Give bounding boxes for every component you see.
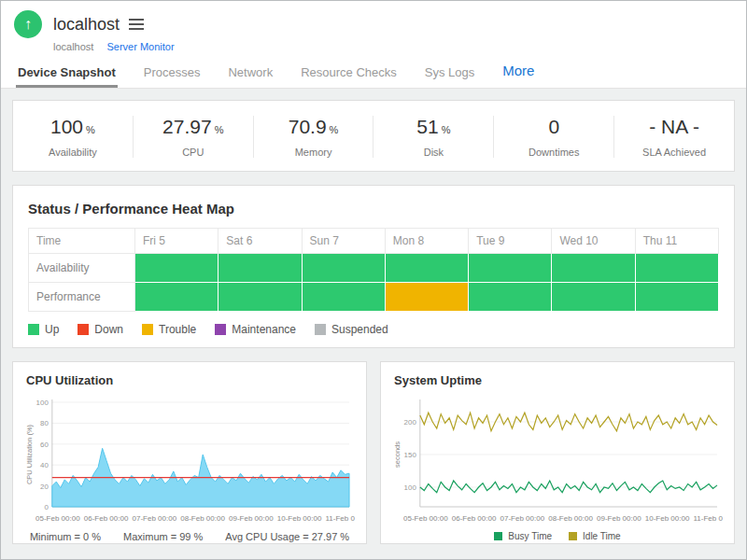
legend-item-suspended: Suspended [315,323,388,336]
x-tick-label: 10-Feb 00:00 [645,514,690,523]
svg-text:CPU Utilization (%): CPU Utilization (%) [25,424,34,484]
heatmap-cell-up [469,283,552,312]
tab-bar: Device SnapshotProcessesNetworkResource … [14,52,733,88]
x-tick-label: 05-Feb 00:00 [403,514,448,523]
header: ↑ localhost localhost Server Monitor Dev… [1,1,746,89]
x-tick-label: 08-Feb 00:00 [548,514,593,523]
system-uptime-chart: 100150200seconds [392,395,723,512]
tab-more[interactable]: More [500,63,536,88]
heatmap-row-label: Availability [29,254,135,283]
heatmap-day: Sat 6 [218,229,302,254]
breadcrumb-monitor-type[interactable]: Server Monitor [106,41,174,52]
x-tick-label: 11-Feb 0 [694,514,723,523]
svg-text:40: 40 [40,461,49,469]
legend-swatch [494,532,502,540]
heatmap-day: Wed 10 [552,229,635,254]
svg-text:80: 80 [40,419,49,427]
x-tick-label: 05-Feb 00:00 [35,514,80,523]
svg-text:100: 100 [404,483,417,492]
page-title: localhost [53,15,120,35]
heatmap-cell-up [469,254,552,283]
heatmap-day: Mon 8 [385,229,468,254]
x-tick-label: 11-Feb 0 [326,514,355,523]
heatmap-cell-up [635,254,718,283]
stat-sla-achieved: - NA -SLA Achieved [614,116,734,158]
heatmap-card: Status / Performance Heat Map TimeFri 5S… [12,185,735,348]
heatmap-day: Fri 5 [135,229,218,254]
svg-text:100: 100 [36,399,49,407]
x-tick-label: 09-Feb 00:00 [229,514,274,523]
legend-item-busy-time: Busy Time [494,531,552,541]
server-monitor-page: ↑ localhost localhost Server Monitor Dev… [0,0,747,560]
cpu-summary: Minimum = 0 %Maximum = 99 %Avg CPU Usage… [24,531,355,542]
x-tick-label: 08-Feb 00:00 [180,514,225,523]
legend-swatch [78,324,89,335]
legend-swatch [28,324,39,335]
x-tick-label: 09-Feb 00:00 [597,514,641,523]
tab-network[interactable]: Network [226,60,275,88]
x-tick-label: 07-Feb 00:00 [500,514,545,523]
chart-title: System Uptime [394,373,723,387]
svg-text:60: 60 [40,441,49,449]
cpu-utilization-chart: 020406080100CPU Utilization (%) [24,395,355,512]
heatmap-cell-up [635,283,718,312]
heatmap-cell-up [552,283,635,312]
breadcrumb-device: localhost [53,41,93,52]
x-axis-labels: 05-Feb 00:0006-Feb 00:0007-Feb 00:0008-F… [392,514,723,523]
heatmap-cell-up [135,254,218,283]
stat-downtimes: 0Downtimes [494,116,614,158]
chart-stat: Maximum = 99 % [123,531,203,542]
heatmap-day: Tue 9 [469,229,552,254]
svg-text:150: 150 [404,451,417,459]
charts-row: CPU Utilization 020406080100CPU Utilizat… [12,361,735,544]
cpu-utilization-card: CPU Utilization 020406080100CPU Utilizat… [12,361,367,544]
legend-item-down: Down [78,323,123,336]
heatmap-cell-up [552,254,635,283]
x-tick-label: 06-Feb 00:00 [452,514,497,523]
heatmap-cell-up [135,283,218,312]
heatmap-cell-up [302,254,385,283]
legend-item-idle-time: Idle Time [569,531,621,541]
svg-text:20: 20 [40,483,49,491]
stat-disk: 51%Disk [374,116,494,158]
header-top: ↑ localhost [14,10,733,38]
stat-availability: 100%Availability [13,116,134,158]
chart-stat: Minimum = 0 % [30,531,101,542]
uptime-legend: Busy TimeIdle Time [392,531,723,541]
monitor-status-icon: ↑ [14,10,42,38]
tab-processes[interactable]: Processes [142,60,203,88]
legend-swatch [315,324,326,335]
heatmap-row-label: Performance [29,283,135,312]
tab-resource-checks[interactable]: Resource Checks [299,60,399,88]
legend-item-trouble: Trouble [142,323,196,336]
up-arrow-icon: ↑ [24,16,32,33]
stat-cpu: 27.97%CPU [134,116,254,158]
legend-swatch [142,324,153,335]
heatmap-day: Thu 11 [635,229,718,254]
system-uptime-card: System Uptime 100150200seconds 05-Feb 00… [380,361,735,544]
stat-memory: 70.9%Memory [254,116,374,158]
legend-item-maintenance: Maintenance [215,323,296,336]
x-tick-label: 06-Feb 00:00 [84,514,129,523]
breadcrumb: localhost Server Monitor [53,41,733,52]
heatmap-title: Status / Performance Heat Map [28,201,719,217]
x-tick-label: 07-Feb 00:00 [133,514,177,523]
stats-card: 100%Availability27.97%CPU70.9%Memory51%D… [12,100,735,172]
menu-icon[interactable] [129,18,146,31]
tab-device-snapshot[interactable]: Device Snapshot [16,60,118,88]
heatmap-cell-up [302,283,385,312]
heatmap-legend: UpDownTroubleMaintenanceSuspended [28,323,719,336]
svg-text:seconds: seconds [393,441,402,468]
svg-text:200: 200 [404,418,417,427]
legend-swatch [569,532,577,540]
heatmap-cell-up [385,254,468,283]
tab-sys-logs[interactable]: Sys Logs [423,60,476,88]
heatmap-cell-trouble [385,283,468,312]
legend-swatch [215,324,226,335]
heatmap-cell-up [218,283,302,312]
x-tick-label: 10-Feb 00:00 [277,514,322,523]
svg-text:0: 0 [44,503,49,511]
chart-stat: Avg CPU Usage = 27.97 % [225,531,349,542]
chart-title: CPU Utilization [26,373,355,387]
legend-item-up: Up [28,323,59,336]
